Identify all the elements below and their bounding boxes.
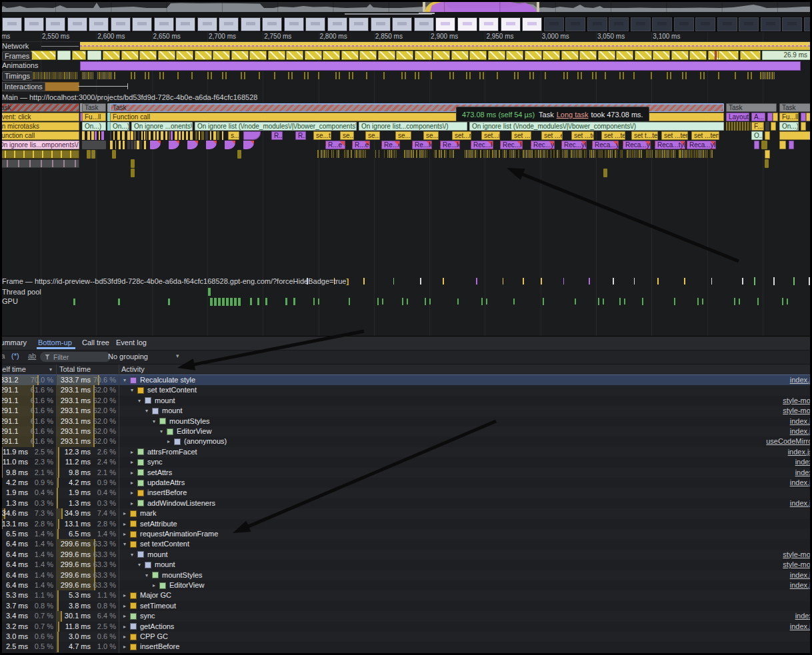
source-link[interactable]: index.js: — [788, 447, 812, 457]
table-row[interactable]: 6.4 ms1.4 %299.6 ms63.3 %▾set textConten… — [0, 539, 812, 549]
table-row[interactable]: 6.4 ms1.4 %299.6 ms63.3 %▾mountstyle-mod — [0, 550, 812, 560]
filmstrip-screenshot[interactable] — [45, 17, 65, 31]
frame-cell[interactable] — [249, 51, 267, 60]
table-row[interactable]: 291.1 ms61.6 %293.1 ms62.0 %▾mountstyle-… — [0, 396, 812, 406]
filmstrip-screenshot[interactable] — [89, 17, 109, 31]
filmstrip-screenshot[interactable] — [219, 17, 239, 31]
whole-word-toggle[interactable]: ab — [28, 352, 36, 360]
filmstrip-screenshot[interactable] — [457, 17, 477, 31]
table-row[interactable]: 9.8 ms2.1 %9.8 ms2.1 %▸setAttrsindex. — [0, 468, 812, 478]
frame-cell[interactable] — [87, 51, 101, 60]
filmstrip-screenshot[interactable] — [804, 17, 812, 31]
tab-call-tree[interactable]: Call tree — [81, 336, 113, 349]
table-row[interactable]: 6.5 ms1.4 %6.5 ms1.4 %▸requestAnimationF… — [0, 529, 812, 539]
frame-cell[interactable] — [598, 51, 615, 60]
frame-cell[interactable] — [740, 51, 761, 60]
flame-bar-event[interactable]: On...) — [82, 122, 106, 131]
source-link[interactable]: index.js — [790, 416, 812, 426]
expand-triangle-icon[interactable]: ▸ — [131, 457, 137, 467]
filmstrip-screenshot[interactable] — [631, 17, 651, 31]
expand-triangle-icon[interactable]: ▸ — [131, 488, 137, 498]
flame-bar-event[interactable]: Function call — [0, 131, 79, 140]
table-row[interactable]: 3.2 ms0.7 %11.8 ms2.5 %▸getActionsindex.… — [0, 622, 812, 632]
frame-cell[interactable] — [543, 51, 560, 60]
flame-bar[interactable] — [112, 150, 116, 159]
frame-cell[interactable] — [433, 51, 450, 60]
flame-bar[interactable] — [87, 150, 91, 159]
frame-cell[interactable] — [72, 51, 86, 60]
expand-triangle-icon[interactable]: ▸ — [123, 611, 130, 621]
table-row[interactable]: 291.1 ms61.6 %293.1 ms62.0 %▾mountStyles… — [0, 416, 812, 426]
filter-input[interactable]: Filter — [40, 352, 111, 362]
frame-cell[interactable] — [396, 51, 413, 60]
column-total-time[interactable]: Total time — [59, 364, 118, 374]
table-row[interactable]: 11.0 ms2.3 %11.2 ms2.4 %▸syncindex. — [0, 457, 812, 467]
tab-bottom-up[interactable]: Bottom-up — [37, 336, 75, 349]
frame-cell[interactable] — [158, 51, 175, 60]
filmstrip-screenshot[interactable] — [24, 17, 44, 31]
flame-bar-event[interactable]: On...) — [779, 122, 799, 131]
tooltip-long-task-link[interactable]: Long task — [557, 111, 589, 119]
flame-bar[interactable] — [765, 150, 770, 159]
tab-summary[interactable]: Summary — [0, 336, 29, 349]
filmstrip-screenshot[interactable] — [652, 17, 672, 31]
flame-bar-event[interactable]: Rec...yle — [531, 141, 555, 149]
flame-bar-event[interactable]: Reca...yle — [592, 141, 619, 149]
flame-bar[interactable] — [726, 122, 751, 131]
expand-triangle-icon[interactable]: ▸ — [123, 529, 130, 539]
flame-bar-event[interactable]: set ...ent — [511, 131, 531, 140]
regex-toggle[interactable]: (*) — [11, 352, 19, 360]
flame-bar[interactable] — [91, 150, 95, 159]
source-link[interactable]: style-mod — [783, 560, 812, 570]
table-row[interactable]: 4.2 ms0.9 %4.2 ms0.9 %▸updateAttrsindex.… — [0, 478, 812, 488]
source-link[interactable]: useCodeMirror — [766, 436, 812, 446]
flame-bar-event[interactable]: Layout — [726, 113, 749, 121]
flame-bar[interactable] — [187, 141, 198, 149]
screenshot-filmstrip[interactable] — [0, 17, 812, 32]
table-row[interactable]: 6.4 ms1.4 %299.6 ms63.3 %▾mountstyle-mod — [0, 560, 812, 570]
source-link[interactable]: style-mod — [783, 550, 812, 560]
source-link[interactable]: index.js — [790, 498, 812, 508]
table-row[interactable]: 3.7 ms0.8 %3.8 ms0.8 %▸setTimeout — [0, 601, 812, 611]
frame-cell[interactable] — [715, 51, 717, 60]
flame-bar[interactable] — [779, 131, 811, 140]
source-link[interactable]: style-mod — [783, 406, 812, 416]
expand-triangle-icon[interactable]: ▸ — [123, 642, 130, 652]
table-row[interactable]: 291.1 ms61.6 %293.1 ms62.0 %▸(anonymous)… — [0, 436, 812, 446]
filmstrip-screenshot[interactable] — [739, 17, 759, 31]
flame-bar-event[interactable]: set t...tent — [631, 131, 658, 140]
table-row[interactable]: 6.4 ms1.4 %299.6 ms63.3 %▾mountStylesind… — [0, 570, 812, 580]
flame-bar-event[interactable]: se...t — [365, 131, 380, 140]
flame-bar-event[interactable]: R... — [271, 131, 283, 140]
flame-bar-event[interactable]: Re...le — [412, 141, 432, 149]
column-activity[interactable]: Activity — [121, 364, 255, 374]
filmstrip-screenshot[interactable] — [241, 17, 261, 31]
flame-bar[interactable] — [131, 169, 135, 177]
track-frame[interactable]: Frame — https://id-preview--bd53fd9d-728… — [0, 276, 812, 287]
frame-cell[interactable] — [561, 51, 579, 60]
filmstrip-screenshot[interactable] — [67, 17, 87, 31]
flame-bar[interactable] — [773, 113, 778, 121]
frame-cell[interactable] — [671, 51, 689, 60]
flame-bar[interactable] — [765, 131, 770, 140]
filmstrip-screenshot[interactable] — [305, 17, 325, 31]
filmstrip-screenshot[interactable] — [414, 17, 434, 31]
flame-bar-event[interactable]: set ...ent — [541, 131, 563, 140]
flame-bar[interactable] — [603, 169, 607, 177]
flame-bar[interactable] — [150, 141, 161, 149]
table-row[interactable]: 13.1 ms2.8 %13.1 ms2.8 %▸setAttribute — [0, 519, 812, 529]
filmstrip-screenshot[interactable] — [522, 17, 542, 31]
expand-triangle-icon[interactable]: ▸ — [153, 580, 159, 590]
flame-bar[interactable] — [131, 159, 135, 168]
filmstrip-screenshot[interactable] — [327, 17, 347, 31]
collapse-triangle-icon[interactable]: ▾ — [138, 560, 145, 570]
flame-bar-event[interactable]: On ignore ...onents\/) — [131, 122, 193, 131]
frame-cell[interactable] — [305, 51, 322, 60]
frame-cell[interactable] — [635, 51, 652, 60]
frame-cell[interactable] — [469, 51, 487, 60]
filmstrip-screenshot[interactable] — [132, 17, 152, 31]
flame-bar-event[interactable]: R...e — [325, 141, 345, 149]
flame-bar[interactable] — [767, 113, 773, 121]
flame-bar-event[interactable]: R... — [295, 131, 306, 140]
collapse-triangle-icon[interactable]: ▾ — [145, 406, 152, 416]
